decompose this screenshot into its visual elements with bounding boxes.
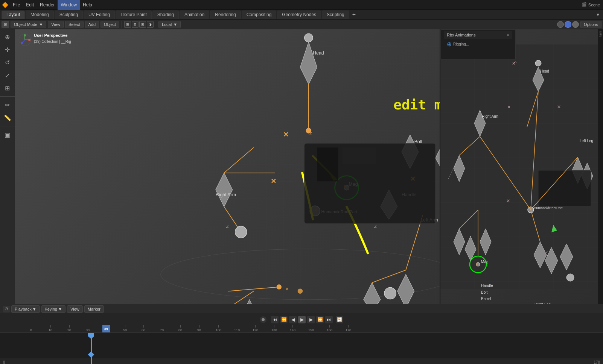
tab-sculpting[interactable]: Sculpting: [55, 11, 83, 19]
svg-text:Right Arm: Right Arm: [216, 192, 236, 197]
add-menu[interactable]: Add: [85, 21, 99, 28]
tab-layout[interactable]: Layout: [2, 11, 25, 19]
shading-icon[interactable]: ◑: [147, 21, 154, 28]
tab-texture-paint[interactable]: Texture Paint: [116, 11, 152, 19]
toolbar-right: Options: [557, 21, 601, 28]
svg-rect-52: [343, 147, 376, 164]
jump-end-button[interactable]: ⏭: [325, 316, 333, 323]
object-menu[interactable]: Object: [100, 21, 119, 28]
menu-edit[interactable]: Edit: [23, 0, 37, 10]
right-strip-item[interactable]: Item: [598, 29, 603, 39]
cursor-tool[interactable]: ⊕: [2, 31, 14, 43]
playback-menu[interactable]: Playback▼: [11, 305, 40, 313]
scene-name[interactable]: Scene: [588, 3, 600, 7]
svg-point-59: [535, 60, 541, 66]
timeline-track[interactable]: [0, 333, 603, 358]
ruler-mark-130: 130: [271, 325, 277, 332]
step-back-button[interactable]: ◀: [289, 316, 297, 323]
ruler-mark-110: 110: [234, 325, 240, 332]
ruler-mark-90: 90: [197, 325, 201, 332]
options-button[interactable]: Options: [580, 21, 601, 28]
svg-text:Bolt: Bolt: [481, 290, 487, 294]
transform-orientation[interactable]: Local▼: [158, 21, 181, 28]
rbx-panel-title: Rbx Animations: [447, 33, 475, 37]
keying-menu[interactable]: Keying▼: [41, 305, 66, 313]
second-viewport[interactable]: Head Right Arm ✕ ✕ ✕ Z- Z- HumanoidRootP…: [440, 29, 598, 304]
menu-file[interactable]: File: [10, 0, 23, 10]
svg-point-41: [298, 289, 303, 294]
viewport-shading-buttons: [557, 21, 579, 28]
tab-scripting[interactable]: Scripting: [322, 11, 349, 19]
far-right-strip: Item: [598, 29, 603, 304]
engine-selector[interactable]: ▼: [596, 12, 600, 17]
timeline-mode-icon[interactable]: ⏱: [3, 306, 10, 312]
svg-text:Barrel: Barrel: [481, 297, 491, 301]
playhead[interactable]: [91, 333, 92, 358]
tab-rendering[interactable]: Rendering: [210, 11, 241, 19]
svg-text:HumanoidRootPart: HumanoidRootPart: [534, 206, 563, 210]
rendered-shading-btn[interactable]: [572, 21, 579, 28]
tab-compositing[interactable]: Compositing: [242, 11, 277, 19]
transform-tool[interactable]: ⊞: [2, 82, 14, 94]
toolbar-bar: ⊞ Object Mode▼ View Select Add Object ⊞ …: [0, 20, 603, 29]
scale-tool[interactable]: ⤢: [2, 69, 14, 81]
frame-marker: [88, 333, 94, 339]
play-button[interactable]: ▶: [298, 316, 306, 323]
rbx-close-btn[interactable]: ×: [507, 33, 509, 37]
menu-window[interactable]: Window: [58, 0, 80, 10]
tab-animation[interactable]: Animation: [180, 11, 209, 19]
mode-selector[interactable]: Object Mode▼: [11, 21, 46, 28]
step-fwd-button[interactable]: ▶: [307, 316, 315, 323]
jump-start-button[interactable]: ⏮: [271, 316, 279, 323]
select-menu[interactable]: Select: [65, 21, 84, 28]
cube-tool[interactable]: ▣: [2, 129, 14, 141]
add-workspace-button[interactable]: +: [350, 11, 358, 18]
snap-icon[interactable]: ⊞: [124, 21, 131, 28]
overlay-icon[interactable]: ⊠: [139, 21, 146, 28]
svg-text:Right Arm: Right Arm: [482, 114, 498, 118]
toolbar-separator-1: [122, 21, 122, 28]
svg-rect-92: [538, 170, 591, 206]
view-menu-timeline[interactable]: View: [67, 305, 83, 313]
timeline-controls: ⏮ ⏪ ◀ ▶ ▶ ⏩ ⏭ 🔁: [0, 314, 603, 325]
tab-uv-editing[interactable]: UV Editing: [84, 11, 115, 19]
sidebar-separator-2: [0, 126, 15, 126]
measure-tool[interactable]: 📏: [2, 112, 14, 124]
material-shading-btn[interactable]: [565, 21, 571, 28]
timeline-header: ⏱ Playback▼ Keying▼ View Marker: [0, 304, 603, 314]
ruler-mark-170: 170: [346, 325, 351, 332]
start-frame-label: 0: [3, 360, 5, 364]
svg-point-17: [235, 226, 247, 238]
svg-text:Head: Head: [540, 69, 549, 73]
tab-geometry-nodes[interactable]: Geometry Nodes: [277, 11, 321, 19]
viewport-icon[interactable]: ⊞: [2, 21, 9, 28]
marker-menu[interactable]: Marker: [84, 305, 104, 313]
workspace-right: ▼: [596, 12, 603, 17]
ruler-mark-150: 150: [308, 325, 314, 332]
grid-icon[interactable]: ⊟: [132, 21, 139, 28]
solid-shading-btn[interactable]: [557, 21, 564, 28]
workspace-tabs: Layout Modeling Sculpting UV Editing Tex…: [0, 10, 603, 20]
svg-text:Z: Z: [226, 224, 229, 229]
ruler-mark-60: 60: [142, 325, 145, 332]
loop-button[interactable]: 🔁: [336, 316, 343, 323]
tab-shading[interactable]: Shading: [152, 11, 179, 19]
svg-text:✕: ✕: [283, 131, 289, 138]
prev-keyframe-button[interactable]: ⏪: [280, 316, 288, 323]
menu-render[interactable]: Render: [37, 0, 58, 10]
svg-text:Handle: Handle: [481, 284, 493, 288]
record-button[interactable]: [260, 316, 266, 323]
end-frame-label: 170: [594, 360, 600, 364]
tab-modeling[interactable]: Modeling: [26, 11, 54, 19]
rotate-tool[interactable]: ↺: [2, 56, 14, 68]
ruler-mark-30: 30: [86, 325, 90, 332]
move-tool[interactable]: ✛: [2, 44, 14, 56]
annotate-tool[interactable]: ✏: [2, 99, 14, 111]
rbx-panel-content: ⊕ Rigging...: [444, 39, 512, 49]
top-menu-bar: 🔶 File Edit Render Window Help 🎬 Scene: [0, 0, 603, 10]
blender-logo[interactable]: 🔶: [0, 0, 10, 10]
view-menu[interactable]: View: [48, 21, 64, 28]
rbx-panel-header: Rbx Animations ×: [444, 31, 512, 39]
menu-help[interactable]: Help: [80, 0, 95, 10]
next-keyframe-button[interactable]: ⏩: [316, 316, 324, 323]
